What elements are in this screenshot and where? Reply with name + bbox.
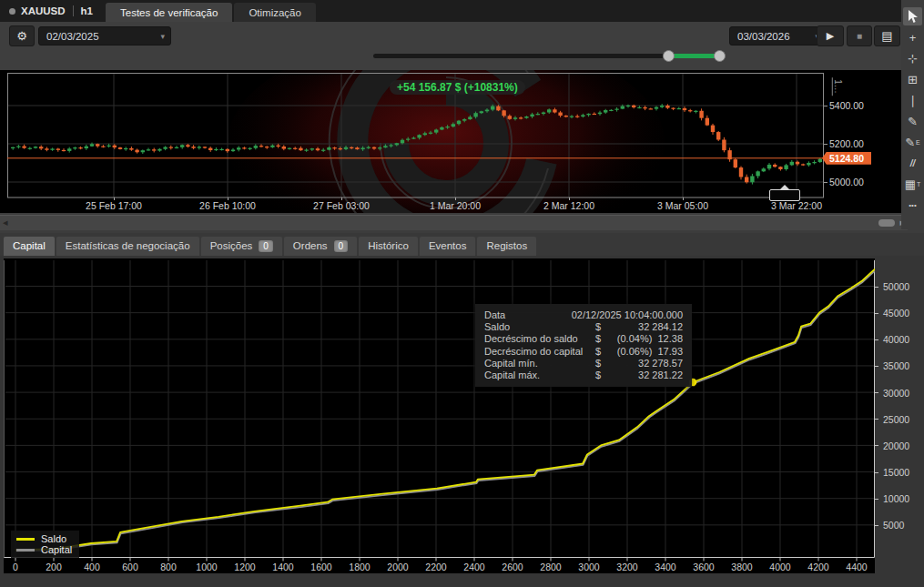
timeline-slider[interactable] — [373, 54, 724, 58]
x-axis-tick-label: 2600 — [502, 562, 523, 572]
date-to-value: 03/03/2026 — [737, 31, 790, 42]
tab-historico[interactable]: Histórico — [359, 237, 418, 256]
x-axis-tick-label: 4200 — [807, 562, 828, 572]
report-icon: ▤ — [881, 29, 892, 43]
tool-crosshair-sync-icon[interactable]: ⊹ — [903, 49, 922, 67]
x-axis-tick-label: 3000 — [578, 562, 599, 572]
tab-estatisticas[interactable]: Estatísticas de negociação — [56, 237, 199, 256]
symbol-label: XAUUSD — [21, 5, 66, 16]
tab-ordens[interactable]: Ordens0 — [284, 237, 357, 256]
report-button[interactable]: ▤ — [874, 25, 900, 46]
x-axis-tick-label: 4000 — [769, 562, 790, 572]
tab-otimizacao[interactable]: Otimização — [234, 3, 316, 22]
capital-line — [16, 266, 876, 552]
capital-line-swatch — [16, 549, 35, 552]
object-marker[interactable]: 1… — [832, 77, 843, 96]
x-axis-tick — [569, 197, 570, 200]
chart-scrollbar[interactable]: ◂ ▸ — [0, 215, 908, 230]
x-axis-tick — [114, 197, 115, 200]
tester-toolbar: ⚙ 02/03/2025 ▾ 03/03/2026 ▾ ▶ ■ ▤ Modo V… — [0, 22, 901, 70]
divider — [73, 5, 74, 16]
price-tick-label: 5200.00 — [829, 138, 864, 149]
tab-registos[interactable]: Registos — [477, 237, 536, 256]
current-price-tag: 5124.80 — [822, 152, 871, 165]
x-axis-tick-label: 2800 — [540, 562, 561, 572]
saldo-line-swatch — [16, 538, 35, 541]
settings-button[interactable]: ⚙ — [9, 25, 35, 46]
tab-capital[interactable]: Capital — [4, 237, 55, 256]
x-axis-tick-label: 1800 — [349, 562, 370, 572]
data-point-tooltip: Data02/12/2025 10:04:00.000 Saldo$32 284… — [475, 304, 692, 387]
x-axis-tick-label: 26 Feb 10:00 — [199, 200, 256, 211]
y-axis-tick-label: 25000 — [883, 414, 909, 425]
x-axis-tick — [455, 197, 456, 200]
date-from-value: 02/03/2025 — [46, 31, 99, 42]
price-chart-panel[interactable]: +54 156.87 $ (+10831%) 25 Feb 17:0026 Fe… — [0, 70, 901, 213]
y-axis-tick-label: 50000 — [883, 281, 909, 292]
capital-chart[interactable] — [4, 258, 875, 573]
strategy-tester-window: XAUUSD h1 Testes de verificação Otimizaç… — [0, 0, 924, 587]
tool-more-tools-icon[interactable]: ••• — [903, 196, 922, 214]
scrollbar-handle[interactable] — [878, 219, 895, 227]
tool-draw-pencil-edit-icon[interactable]: ✎E — [903, 133, 922, 151]
scroll-left-icon[interactable]: ◂ — [3, 217, 8, 228]
y-axis-tick-label: 30000 — [883, 388, 909, 399]
y-axis-tick — [875, 445, 878, 446]
timeline-slider-thumb-left[interactable] — [663, 50, 675, 62]
y-axis-tick — [875, 366, 878, 367]
tool-grid-text-icon[interactable]: ▦T — [903, 175, 922, 193]
play-icon: ▶ — [827, 30, 834, 42]
posicoes-count-badge: 0 — [259, 240, 273, 252]
y-axis-tick — [875, 472, 878, 473]
x-axis-tick-label: 400 — [84, 562, 100, 572]
y-axis-tick — [875, 499, 878, 500]
chart-legend: Saldo Capital — [11, 531, 79, 558]
x-axis-tick-label: 3 Mar 22:00 — [771, 200, 822, 211]
y-axis-tick-label: 15000 — [883, 467, 909, 478]
stop-button[interactable]: ■ — [847, 25, 872, 46]
tab-symbol[interactable]: XAUUSD h1 — [0, 0, 106, 22]
y-axis-tick-label: 20000 — [883, 440, 909, 451]
chevron-down-icon: ▾ — [160, 32, 165, 41]
x-axis-tick-label: 2 Mar 12:00 — [543, 200, 594, 211]
x-axis-tick-label: 25 Feb 17:00 — [86, 200, 142, 211]
play-button[interactable]: ▶ — [817, 25, 844, 46]
price-tick-label: 5000.00 — [829, 177, 864, 187]
tool-eraser-lines-icon[interactable]: // — [903, 154, 922, 172]
y-axis-tick — [875, 339, 878, 340]
x-axis-tick-label: 2400 — [463, 562, 484, 572]
tool-draw-pencil-icon[interactable]: ✎ — [903, 112, 922, 130]
top-tab-bar: XAUUSD h1 Testes de verificação Otimizaç… — [0, 0, 901, 22]
tool-crosshair-icon[interactable]: + — [903, 28, 922, 46]
y-axis-tick — [875, 313, 878, 314]
x-axis-tick — [228, 197, 228, 200]
tab-testes-verificacao[interactable]: Testes de verificação — [106, 3, 232, 22]
tab-eventos[interactable]: Eventos — [420, 237, 476, 256]
timeframe-label: h1 — [81, 5, 93, 16]
y-axis-tick — [875, 419, 878, 420]
date-from-select[interactable]: 02/03/2025 ▾ — [38, 26, 171, 46]
timeline-slider-thumb-right[interactable] — [714, 50, 726, 62]
y-axis-tick-label: 5000 — [883, 520, 904, 531]
date-to-select[interactable]: 03/03/2026 ▾ — [729, 26, 826, 46]
tool-cursor-icon[interactable] — [903, 7, 922, 25]
saldo-line — [15, 264, 875, 550]
legend-item-saldo: Saldo — [16, 533, 72, 544]
x-axis-tick-label: 0 — [13, 562, 18, 572]
tool-frame-select-icon[interactable]: ⊞ — [903, 70, 922, 88]
tool-vertical-line-icon[interactable]: ∣ — [903, 91, 922, 109]
tab-posicoes[interactable]: Posições0 — [201, 237, 282, 256]
profit-annotation: +54 156.87 $ (+10831%) — [390, 80, 525, 95]
y-axis-tick — [875, 287, 878, 288]
x-axis-tick-label: 1600 — [310, 562, 331, 572]
x-axis-tick-label: 3400 — [655, 562, 675, 572]
y-axis-tick-label: 35000 — [883, 360, 909, 371]
capital-chart-panel: 0200400600800100012001400160018002000220… — [0, 256, 924, 587]
price-tick — [824, 144, 828, 145]
x-axis-tick — [683, 197, 684, 200]
x-axis-tick-label: 200 — [46, 562, 62, 572]
symbol-status-dot — [9, 8, 15, 15]
chart-callout-marker[interactable] — [769, 189, 800, 201]
price-tick-label: 5400.00 — [829, 100, 864, 111]
x-axis-tick-label: 27 Feb 03:00 — [313, 200, 370, 211]
